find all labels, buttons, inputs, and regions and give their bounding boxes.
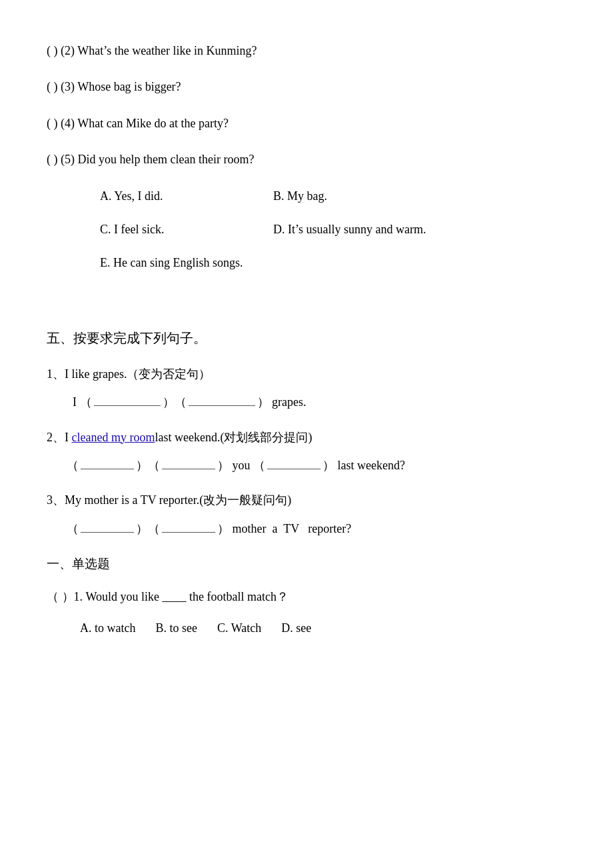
question-5: ( ) (5) Did you help them clean their ro… [47,149,566,170]
option-row-ab: A. Yes, I did. B. My bag. [100,185,566,207]
section5-q1-fill: I （ ） （ ） grapes. [67,391,566,413]
section5-q2-label: 2、I cleaned my roomlast weekend.(对划线部分提问… [47,427,566,448]
section-5-title: 五、按要求完成下列句子。 [47,326,566,350]
section5-q2-fill: （ ）（ ） you （ ） last weekend? [67,455,566,476]
option-e: E. He can sing English songs. [100,252,273,273]
option-row-e: E. He can sing English songs. [100,252,566,273]
mc-option-b: B. to see [155,617,197,639]
section5-q1-label: 1、I like grapes.（变为否定句） [47,363,566,385]
mc-option-d: D. see [281,617,311,639]
section1-q1-options: A. to watch B. to see C. Watch D. see [80,617,566,639]
option-d: D. It’s usually sunny and warm. [273,219,446,240]
q3-blank2[interactable] [162,519,215,533]
section5-q3-label: 3、My mother is a TV reporter.(改为一般疑问句) [47,489,566,511]
q1-blank1[interactable] [94,393,161,406]
section-1-title: 一、单选题 [47,553,566,575]
question-2-text: ( ) (2) What’s the weather like in Kunmi… [47,40,257,61]
mc-option-a: A. to watch [80,617,135,639]
question-2: ( ) (2) What’s the weather like in Kunmi… [47,40,566,61]
question-3: ( ) (3) Whose bag is bigger? [47,76,566,97]
q1-blank2[interactable] [189,393,255,406]
mc-option-c: C. Watch [217,617,261,639]
section-5: 五、按要求完成下列句子。 1、I like grapes.（变为否定句） I （… [47,326,566,539]
q2-blank3[interactable] [267,456,320,469]
answer-options: A. Yes, I did. B. My bag. C. I feel sick… [100,185,566,274]
q2-blank2[interactable] [162,456,215,469]
option-row-cd: C. I feel sick. D. It’s usually sunny an… [100,219,566,240]
section5-q3-fill: （ ）（ ） mother a TV reporter? [67,518,566,539]
q3-blank1[interactable] [81,519,134,533]
section-1: 一、单选题 （ ）1. Would you like ____ the foot… [47,553,566,639]
question-3-text: ( ) (3) Whose bag is bigger? [47,76,181,97]
question-4-text: ( ) (4) What can Mike do at the party? [47,113,229,134]
option-b: B. My bag. [273,185,446,207]
section1-q1-text: （ ）1. Would you like ____ the football m… [47,586,566,607]
option-a: A. Yes, I did. [100,185,273,207]
q2-blank1[interactable] [81,456,134,469]
question-5-text: ( ) (5) Did you help them clean their ro… [47,149,254,170]
question-4: ( ) (4) What can Mike do at the party? [47,113,566,134]
section5-q2-underline: cleaned my room [72,431,155,444]
option-c: C. I feel sick. [100,219,273,240]
